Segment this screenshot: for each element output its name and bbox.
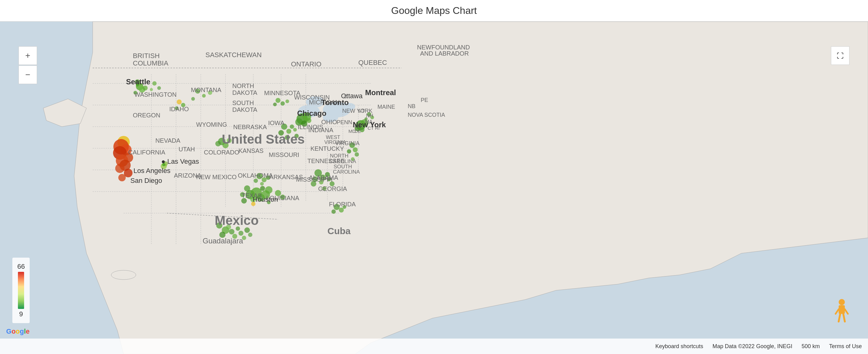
svg-text:NEW MEXICO: NEW MEXICO [196,173,237,181]
svg-text:OREGON: OREGON [133,112,160,119]
svg-text:VIRGINIA: VIRGINIA [324,140,346,145]
svg-point-73 [191,97,195,101]
svg-text:DAKOTA: DAKOTA [232,89,257,96]
svg-text:MAINE: MAINE [377,104,395,110]
svg-text:PENN: PENN [337,119,352,125]
svg-text:NEVADA: NEVADA [155,137,180,144]
svg-text:OHIO: OHIO [321,119,337,125]
svg-text:INDIANA: INDIANA [308,127,334,133]
svg-text:Chicago: Chicago [297,109,327,117]
svg-point-49 [260,186,265,191]
svg-rect-208 [839,305,845,314]
svg-point-6 [111,270,136,280]
svg-text:Guadalajara: Guadalajara [203,237,243,245]
svg-text:KANSAS: KANSAS [239,147,264,154]
svg-text:AND LABRADOR: AND LABRADOR [420,50,469,57]
svg-point-108 [260,182,264,186]
svg-point-50 [265,186,273,194]
zoom-in-button[interactable]: + [19,46,37,65]
svg-text:Mexico: Mexico [215,213,258,228]
svg-point-78 [293,128,297,132]
svg-text:IDAHO: IDAHO [169,106,189,112]
svg-text:CAROLINA: CAROLINA [329,158,356,164]
svg-point-102 [273,102,277,106]
svg-point-112 [354,152,359,157]
svg-text:Montreal: Montreal [365,88,396,97]
zoom-controls: + − [19,46,37,84]
svg-point-94 [152,81,157,86]
svg-line-210 [845,309,848,314]
svg-point-110 [353,147,358,152]
svg-point-207 [839,299,845,305]
svg-point-103 [285,99,289,103]
svg-text:IOWA: IOWA [268,120,284,126]
svg-point-121 [229,229,235,234]
fullscreen-button[interactable] [831,46,849,65]
svg-text:SOUTH: SOUTH [232,99,254,106]
svg-text:MONTANA: MONTANA [191,87,221,93]
svg-text:United States: United States [222,132,305,147]
legend: 66 9 [12,258,30,323]
svg-point-96 [150,88,153,91]
svg-point-30 [143,86,148,91]
svg-line-211 [839,314,840,322]
scale-indicator: 500 km [802,343,820,350]
svg-text:Cuba: Cuba [328,226,350,236]
zoom-out-button[interactable]: − [19,65,37,84]
svg-text:WYOMING: WYOMING [196,121,227,128]
svg-line-212 [843,314,845,322]
svg-text:PE: PE [421,97,428,103]
svg-text:ALABAMA: ALABAMA [309,174,338,181]
svg-point-100 [276,98,280,103]
svg-point-48 [244,185,250,192]
svg-point-92 [332,210,336,214]
svg-text:OKLAHOMA: OKLAHOMA [238,172,273,179]
svg-text:Houston: Houston [253,196,278,203]
map-data-credit: Map Data ©2022 Google, INEGI [713,343,792,350]
svg-text:GEORGIA: GEORGIA [318,185,347,192]
bottom-bar: Keyboard shortcuts Map Data ©2022 Google… [0,339,868,354]
svg-text:San Diego: San Diego [130,177,162,185]
svg-point-71 [202,94,206,98]
svg-point-95 [157,86,161,90]
svg-text:BRITISH: BRITISH [133,52,160,60]
svg-point-61 [306,118,311,123]
svg-text:SASKATCHEWAN: SASKATCHEWAN [206,51,261,59]
svg-text:COLORADO: COLORADO [204,149,239,156]
svg-point-91 [339,207,344,213]
svg-text:Los Angeles: Los Angeles [133,167,170,174]
svg-text:Seattle: Seattle [126,77,150,86]
svg-point-76 [290,125,294,129]
svg-point-106 [254,179,258,183]
svg-text:● Las Vegas: ● Las Vegas [161,158,199,165]
svg-point-101 [280,101,285,106]
svg-point-124 [239,231,243,236]
svg-text:UTAH: UTAH [179,146,195,153]
svg-point-126 [244,227,250,233]
svg-text:FLORIDA: FLORIDA [329,201,356,207]
svg-text:NORTH: NORTH [330,153,348,159]
svg-text:NB: NB [408,103,415,109]
svg-text:DAKOTA: DAKOTA [232,106,257,113]
svg-point-40 [118,174,126,181]
keyboard-shortcuts[interactable]: Keyboard shortcuts [655,343,703,350]
svg-text:NORTH: NORTH [232,83,254,89]
svg-text:WEST: WEST [326,135,340,140]
svg-point-38 [115,164,124,173]
pegman-icon[interactable] [834,298,849,323]
svg-point-127 [248,233,252,237]
svg-text:CALIFORNIA: CALIFORNIA [128,149,165,156]
legend-max-value: 66 [17,263,25,270]
terms-of-use[interactable]: Terms of Use [829,343,862,350]
svg-text:NEW YORK: NEW YORK [342,108,373,114]
legend-min-value: 9 [19,310,23,318]
svg-text:MISSOURI: MISSOURI [269,151,299,158]
svg-point-97 [177,99,182,104]
svg-point-69 [215,141,221,147]
legend-color-bar [18,272,24,309]
google-logo: Google [6,327,30,335]
svg-text:New York: New York [353,121,386,129]
svg-text:MD: MD [348,129,355,134]
svg-text:QUEBEC: QUEBEC [358,59,387,66]
svg-line-209 [836,309,839,314]
